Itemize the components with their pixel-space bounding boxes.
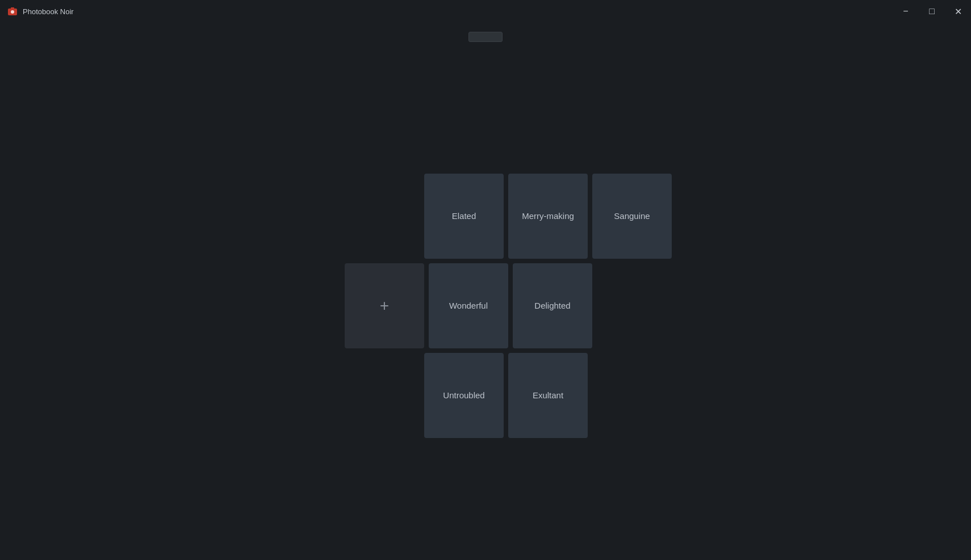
add-album-button[interactable]: + <box>345 263 424 348</box>
title-bar: Photobook Noir − □ ✕ <box>0 0 971 23</box>
svg-point-1 <box>11 10 14 14</box>
window-controls: − □ ✕ <box>893 0 971 23</box>
minimize-button[interactable]: − <box>893 0 919 23</box>
grid-row-2: + Wonderful Delighted <box>345 263 672 348</box>
close-button[interactable]: ✕ <box>945 0 971 23</box>
app-title: Photobook Noir <box>23 7 74 16</box>
maximize-button[interactable]: □ <box>919 0 945 23</box>
tile-sanguine[interactable]: Sanguine <box>592 174 672 259</box>
tile-wonderful[interactable]: Wonderful <box>429 263 508 348</box>
tile-delighted[interactable]: Delighted <box>513 263 592 348</box>
grid-row-3: Untroubled Exultant <box>424 353 672 438</box>
toolbar <box>0 23 971 51</box>
main-content: Elated Merry-making Sanguine + Wonderful… <box>0 51 971 560</box>
grid-row-1: Elated Merry-making Sanguine <box>424 174 672 259</box>
toolbar-handle <box>468 32 503 42</box>
album-grid: Elated Merry-making Sanguine + Wonderful… <box>345 174 672 438</box>
tile-untroubled[interactable]: Untroubled <box>424 353 504 438</box>
tile-elated[interactable]: Elated <box>424 174 504 259</box>
app-icon <box>7 6 18 17</box>
tile-merry-making[interactable]: Merry-making <box>508 174 588 259</box>
tile-exultant[interactable]: Exultant <box>508 353 588 438</box>
svg-rect-2 <box>11 7 14 9</box>
